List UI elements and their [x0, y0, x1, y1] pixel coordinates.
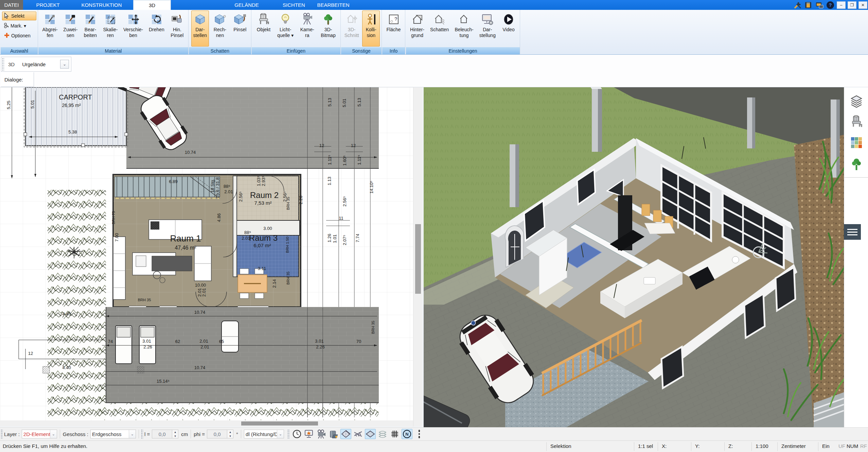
ribbon-button-mark[interactable]: Mark. ▾: [2, 21, 36, 30]
scrollbar-thumb[interactable]: [415, 224, 421, 294]
ribbon-button-schatten[interactable]: Schatten: [428, 11, 450, 47]
close-button[interactable]: ✕: [858, 1, 867, 9]
layout-window-icon[interactable]: [815, 1, 824, 9]
dialog-toolbar: Dialoge:: [0, 72, 868, 87]
button-label-line: ben: [129, 33, 137, 38]
more-handle-icon[interactable]: [414, 429, 425, 439]
ribbon-button-zuweisen[interactable]: Zuwei-sen: [61, 11, 79, 47]
panel-drag-handle[interactable]: [844, 224, 861, 240]
dimension-label: 11: [339, 216, 343, 221]
layer-select[interactable]: 2D-Element ⌄: [22, 430, 57, 438]
cube-icon: [194, 12, 206, 27]
restore-button[interactable]: ❐: [848, 1, 856, 9]
stepper-arrows[interactable]: ▲▼: [227, 430, 233, 438]
plants-icon[interactable]: [850, 158, 863, 171]
ribbon-group-einfügen: ObjektLicht-quelle ▾Kame-ra3D-BitmapEinf…: [252, 10, 341, 54]
dimension-label: BRH 75: [111, 211, 116, 224]
ribbon-group-label: Sonstige: [341, 47, 382, 54]
dimension-label: 3.01: [142, 339, 151, 344]
ribbon-button-objekt[interactable]: Objekt: [255, 11, 272, 47]
package-icon[interactable]: [328, 429, 339, 439]
ribbon-button-rechnen[interactable]: Rech-nen: [211, 11, 229, 47]
ribbon-button-kamera[interactable]: Kame-ra: [298, 11, 316, 47]
dimension-label: 12: [319, 143, 324, 148]
ribbon-button-skalieren[interactable]: Skalie-ren: [102, 11, 120, 47]
3d-view[interactable]: [424, 87, 844, 427]
dl-select[interactable]: dl (Richtung/Di ⌄: [244, 430, 284, 438]
materials-icon[interactable]: [850, 136, 863, 149]
svg-text:N: N: [405, 432, 408, 437]
mode-label: 3D: [8, 61, 15, 67]
ribbon-button-drehen[interactable]: Drehen: [147, 11, 166, 47]
tab-3d[interactable]: 3D: [133, 0, 171, 10]
dimension-label: 88⁵: [244, 230, 251, 235]
tab-datei[interactable]: DATEI: [0, 0, 23, 10]
ribbon-button-flche[interactable]: ?Fläche: [385, 11, 402, 47]
ribbon-group-material: Abgrei-fenZuwei-senBear-beitenSkalie-ren…: [38, 10, 189, 54]
ribbon-button-video[interactable]: Video: [500, 11, 517, 47]
help-icon[interactable]: ?: [826, 1, 835, 9]
room-label: Raum 1: [170, 233, 201, 243]
chevron-down-icon[interactable]: ⌄: [60, 60, 69, 69]
tracks-icon[interactable]: [353, 429, 364, 439]
room-area-label: 6,07 m²: [254, 242, 271, 248]
ribbon-button-kollision[interactable]: Kolli-sion: [362, 11, 380, 47]
grid-icon[interactable]: [389, 429, 400, 439]
chevron-down-icon[interactable]: ⌄: [277, 430, 284, 438]
roof-icon[interactable]: [340, 429, 351, 439]
2d-plan-view[interactable]: CARPORT26,95 m²Raum 147,46 m²Raum 27,53 …: [0, 87, 413, 420]
tab-bearbeiten[interactable]: BEARBEITEN: [309, 0, 357, 10]
2d-vertical-scrollbar[interactable]: [413, 87, 423, 427]
terrain-selector[interactable]: 3D Urgelände ⌄: [1, 57, 71, 72]
ribbon-button-optionen[interactable]: Optionen: [2, 31, 36, 40]
floor-plan-labels: CARPORT26,95 m²Raum 147,46 m²Raum 27,53 …: [0, 87, 413, 420]
ribbon-button-darstellen[interactable]: Dar-stellen: [191, 11, 209, 47]
dimension-label: 14.10⁵: [369, 181, 374, 194]
minimize-button[interactable]: –: [837, 1, 846, 9]
bulb-icon: [280, 12, 290, 27]
chevron-down-icon[interactable]: ⌄: [129, 430, 136, 438]
ribbon-button-hinpinsel[interactable]: Hin.Pinsel: [168, 11, 186, 47]
ribbon-button-verschieben[interactable]: Verschie-ben: [122, 11, 145, 47]
monitor-star-icon[interactable]: [304, 429, 315, 439]
chevron-down-icon[interactable]: ⌄: [50, 430, 57, 438]
dimension-label: 12: [28, 351, 33, 356]
ribbon-button-darstellung[interactable]: Dar-stellung: [478, 11, 497, 47]
ribbon-button-beleuchtung[interactable]: Beleuch-tung: [453, 11, 475, 47]
2d-horizontal-scrollbar[interactable]: [0, 420, 413, 427]
layers-icon[interactable]: [850, 95, 863, 108]
geschoss-select[interactable]: Erdgeschoss ⌄: [90, 430, 136, 438]
dimension-label: BRH 35: [138, 298, 151, 302]
clock-icon[interactable]: [291, 429, 302, 439]
ribbon-group-label: Auswahl: [1, 47, 38, 54]
stepper-arrows[interactable]: ▲▼: [172, 430, 178, 438]
plus-orange-icon: [4, 32, 10, 39]
north-icon[interactable]: N: [402, 429, 412, 439]
ribbon-button-abgreifen[interactable]: Abgrei-fen: [41, 11, 59, 47]
ribbon-button-selekt[interactable]: Selekt: [2, 12, 36, 20]
scrollbar-thumb[interactable]: [241, 421, 318, 426]
diamond-icon[interactable]: [365, 429, 376, 439]
ribbon-group-label: Einstellungen: [406, 47, 520, 54]
length-label: l =: [144, 431, 150, 437]
furniture-icon[interactable]: [850, 115, 863, 128]
ribbon-button-3dbitmap[interactable]: 3D-Bitmap: [319, 11, 337, 47]
ribbon-button-hintergrund[interactable]: Hinter-grund: [408, 11, 426, 47]
camcorder-icon[interactable]: [316, 429, 327, 439]
ribbon-button-pinsel[interactable]: Pinsel: [231, 11, 249, 47]
ribbon-button-lichtquelle[interactable]: Licht-quelle ▾: [276, 11, 295, 47]
dimension-label: 2.93⁵: [261, 176, 266, 186]
phi-input[interactable]: 0,0 ▲▼: [207, 430, 233, 438]
ribbon-button-bearbeiten[interactable]: Bear-beiten: [82, 11, 99, 47]
tab-projekt[interactable]: PROJEKT: [26, 0, 69, 10]
tools-icon[interactable]: [793, 1, 802, 9]
tab-konstruktion[interactable]: KONSTRUKTION: [74, 0, 129, 10]
project-window-icon[interactable]: [804, 1, 813, 9]
layer-stack-icon[interactable]: [377, 429, 388, 439]
drag-grip-icon: [1, 429, 3, 439]
tab-gelände[interactable]: GELÄNDE: [222, 0, 272, 10]
button-label-line: Verschie-: [123, 27, 143, 33]
length-input[interactable]: 0,0 ▲▼: [152, 430, 178, 438]
ribbon-button-3dschnitt[interactable]: 3D-Schnitt: [343, 11, 361, 47]
lasso-icon: [4, 22, 9, 30]
